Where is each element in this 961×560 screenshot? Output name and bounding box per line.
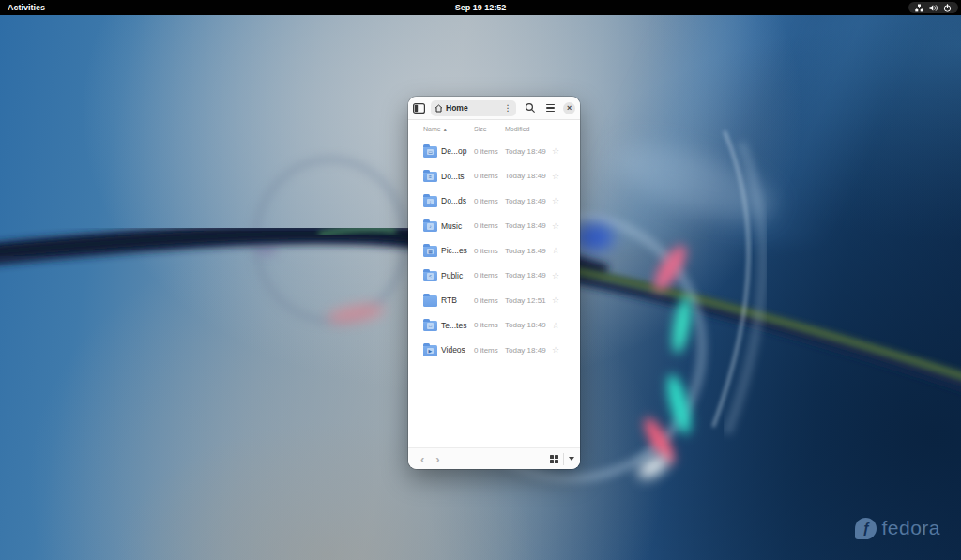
file-modified: Today 18:49 — [505, 247, 546, 255]
file-modified: Today 18:49 — [505, 271, 546, 280]
column-modified[interactable]: Modified — [505, 126, 529, 132]
column-name[interactable]: Name — [423, 126, 441, 132]
videos-emblem-icon: ▶ — [427, 348, 434, 355]
file-modified: Today 12:51 — [505, 296, 546, 305]
fedora-logo-text: fedora — [881, 517, 940, 539]
close-button[interactable]: × — [563, 102, 575, 114]
file-size: 0 items — [474, 221, 498, 230]
file-row[interactable]: <Public0 itemsToday 18:49☆ — [408, 264, 580, 289]
file-name: De...op — [441, 146, 466, 156]
pictures-emblem-icon: ▦ — [427, 249, 434, 255]
window-footer: ‹ › — [408, 447, 580, 469]
view-switcher[interactable] — [550, 453, 574, 465]
star-icon[interactable]: ☆ — [552, 172, 559, 181]
list-column-headers: Name ▴ Size Modified — [408, 120, 580, 133]
file-row[interactable]: ▶Videos0 itemsToday 18:49☆ — [408, 338, 580, 363]
header-bar: Home ⋮ × — [408, 97, 580, 120]
file-size: 0 items — [474, 346, 498, 355]
folder-icon — [423, 295, 437, 307]
file-row[interactable]: ▭De...op0 itemsToday 18:49☆ — [408, 139, 580, 164]
folder-icon: < — [423, 271, 437, 282]
path-label: Home — [446, 103, 502, 113]
music-emblem-icon: ♪ — [427, 223, 434, 230]
downloads-emblem-icon: ↓ — [427, 199, 434, 205]
desktop-emblem-icon: ▭ — [427, 149, 434, 156]
wallpaper-pink-accent-left — [326, 301, 386, 327]
folder-icon: ≡ — [423, 172, 437, 183]
file-size: 0 items — [474, 271, 498, 280]
star-icon[interactable]: ☆ — [552, 146, 559, 156]
fedora-branding: ƒ fedora — [855, 517, 940, 539]
file-name: RTB — [441, 295, 457, 305]
star-icon[interactable]: ☆ — [552, 271, 559, 280]
hamburger-menu-button[interactable] — [546, 104, 555, 112]
file-row[interactable]: RTB0 itemsToday 12:51☆ — [408, 288, 580, 313]
wallpaper-purple-accent — [255, 244, 278, 255]
back-button[interactable]: ‹ — [415, 453, 430, 465]
star-icon[interactable]: ☆ — [552, 321, 559, 330]
search-button[interactable] — [525, 102, 536, 114]
folder-icon: □ — [423, 321, 437, 332]
file-modified: Today 18:49 — [505, 221, 546, 230]
system-tray[interactable] — [908, 2, 958, 13]
file-modified: Today 18:49 — [505, 147, 546, 156]
forward-button[interactable]: › — [430, 453, 445, 465]
file-row[interactable]: ↓Do...ds0 itemsToday 18:49☆ — [408, 189, 580, 214]
wallpaper-cyan-arc-lower — [663, 372, 695, 437]
star-icon[interactable]: ☆ — [552, 196, 559, 205]
file-name: Pic...es — [441, 246, 467, 255]
view-switcher-divider — [563, 453, 564, 465]
top-bar: Activities Sep 19 12:52 — [0, 0, 961, 15]
wallpaper-bubble-ring-left — [252, 156, 409, 325]
file-modified: Today 18:49 — [505, 197, 546, 205]
activities-button[interactable]: Activities — [8, 3, 45, 12]
wallpaper-cyan-arc-upper — [669, 295, 695, 355]
file-size: 0 items — [474, 247, 498, 255]
network-wired-icon — [915, 4, 923, 12]
wallpaper-blue-highlight — [574, 223, 614, 251]
file-name: Do...ds — [441, 196, 466, 205]
sort-ascending-icon: ▴ — [444, 126, 447, 132]
file-name: Videos — [441, 345, 465, 355]
desktop: Activities Sep 19 12:52 Home — [0, 0, 961, 560]
folder-icon: ▶ — [423, 345, 437, 356]
view-options-caret-icon[interactable] — [569, 457, 574, 461]
file-row[interactable]: □Te...tes0 itemsToday 18:49☆ — [408, 313, 580, 339]
documents-emblem-icon: ≡ — [427, 174, 434, 180]
star-icon[interactable]: ☆ — [552, 295, 559, 305]
folder-icon: ▭ — [423, 146, 437, 158]
file-size: 0 items — [474, 197, 498, 205]
files-window: Home ⋮ × Name ▴ Size Modified ▭De...op0 … — [408, 97, 580, 469]
home-icon — [435, 104, 443, 113]
path-bar[interactable]: Home ⋮ — [431, 100, 516, 116]
file-row[interactable]: ▦Pic...es0 itemsToday 18:49☆ — [408, 238, 580, 264]
column-size[interactable]: Size — [474, 126, 487, 132]
file-name: Music — [441, 221, 462, 231]
folder-icon: ▦ — [423, 246, 437, 257]
grid-view-icon[interactable] — [550, 455, 558, 463]
wallpaper-pink-arc-top — [648, 241, 693, 295]
file-name: Public — [441, 271, 463, 280]
folder-icon: ↓ — [423, 196, 437, 207]
file-modified: Today 18:49 — [505, 346, 546, 355]
path-options-menu-icon[interactable]: ⋮ — [502, 104, 512, 113]
power-icon — [943, 4, 952, 12]
file-size: 0 items — [474, 172, 498, 180]
file-row[interactable]: ♪Music0 itemsToday 18:49☆ — [408, 214, 580, 239]
file-row[interactable]: ≡Do...ts0 itemsToday 18:49☆ — [408, 164, 580, 189]
wallpaper-white-highlight — [634, 450, 673, 483]
share-emblem-icon: < — [427, 273, 434, 280]
sidebar-toggle-button[interactable] — [413, 103, 425, 114]
file-size: 0 items — [474, 147, 498, 156]
wallpaper-light-bands — [567, 0, 961, 244]
clock[interactable]: Sep 19 12:52 — [455, 3, 507, 12]
file-modified: Today 18:49 — [505, 321, 546, 329]
file-size: 0 items — [474, 321, 498, 329]
star-icon[interactable]: ☆ — [552, 246, 559, 255]
volume-icon — [929, 4, 938, 12]
file-size: 0 items — [474, 296, 498, 305]
templates-emblem-icon: □ — [427, 323, 434, 329]
star-icon[interactable]: ☆ — [552, 221, 559, 231]
star-icon[interactable]: ☆ — [552, 345, 559, 355]
file-modified: Today 18:49 — [505, 172, 546, 180]
